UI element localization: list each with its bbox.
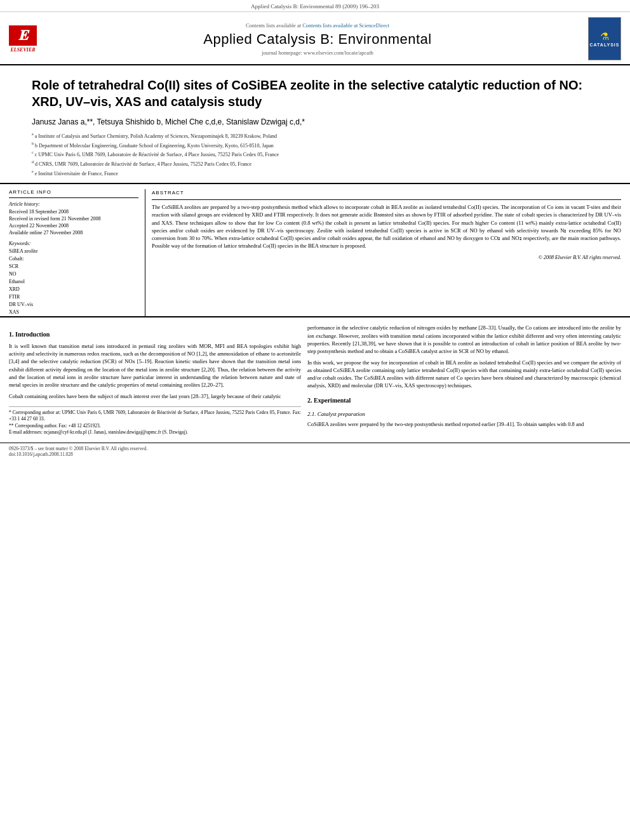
cover-title: CATALYSIS	[590, 43, 620, 47]
received-date: Received 18 September 2008	[9, 209, 138, 215]
accepted-date: Accepted 22 November 2008	[9, 223, 138, 229]
footnotes: * Corresponding author at: UPMC Univ Par…	[9, 406, 301, 436]
keywords-section: Keywords: SiBEA zeolite Cobalt: SCR NO E…	[9, 241, 138, 316]
keyword-3: SCR	[9, 263, 138, 270]
keyword-8: DR UV–vis	[9, 301, 138, 309]
affiliation-d: d d CNRS, UMR 7609, Laboratoire de Réact…	[32, 159, 598, 168]
abstract-text: The CoSiBEA zeolites are prepared by a t…	[152, 203, 621, 250]
elsevier-label: ELSEVIER	[10, 47, 35, 53]
copyright-line: © 2008 Elsevier B.V. All rights reserved…	[152, 254, 621, 262]
affiliation-e: e e Institut Universitaire de France, Fr…	[32, 169, 598, 178]
article-info-label: ARTICLE INFO	[9, 189, 138, 195]
journal-homepage: journal homepage: www.elsevier.com/locat…	[47, 50, 588, 56]
body-right-column: performance in the selective catalytic r…	[307, 324, 621, 436]
main-body: 1. Introduction It is well known that tr…	[0, 317, 630, 436]
abstract-column: ABSTRACT The CoSiBEA zeolites are prepar…	[152, 189, 621, 316]
intro-heading: 1. Introduction	[9, 330, 301, 340]
contents-line: Contents lists available at Contents lis…	[47, 22, 588, 29]
right-para-3: CoSiBEA zeolites were prepared by the tw…	[307, 420, 621, 428]
subsection1-heading: 2.1. Catalyst preparation	[307, 410, 621, 418]
available-online-date: Available online 27 November 2008	[9, 230, 138, 236]
authors-line: Janusz Janas a,**, Tetsuya Shishido b, M…	[32, 117, 598, 126]
keyword-5: Ethanol	[9, 278, 138, 286]
article-title: Role of tetrahedral Co(II) sites of CoSi…	[32, 77, 598, 110]
affiliation-b: b b Department of Molecular Engineering,…	[32, 141, 598, 150]
journal-title: Applied Catalysis B: Environmental	[47, 31, 588, 48]
keyword-6: XRD	[9, 286, 138, 293]
citation-text: Applied Catalysis B: Environmental 89 (2…	[251, 3, 379, 10]
article-info-column: ARTICLE INFO Article history: Received 1…	[9, 189, 145, 316]
received-revised-date: Received in revised form 21 November 200…	[9, 216, 138, 222]
intro-para-2: Cobalt containing zeolites have been the…	[9, 392, 301, 400]
affiliation-a: a a Institute of Catalysis and Surface C…	[32, 131, 598, 140]
intro-para-1: It is well known that transition metal i…	[9, 342, 301, 389]
bottom-footer: 0926-3373/$ – see front matter © 2008 El…	[0, 443, 630, 460]
history-label: Article history:	[9, 201, 138, 207]
elsevier-e-icon: 𝐄	[9, 25, 37, 46]
keyword-9: XAS	[9, 309, 138, 316]
keyword-7: FTIR	[9, 293, 138, 301]
keywords-label: Keywords:	[9, 241, 138, 246]
journal-center: Contents lists available at Contents lis…	[47, 22, 588, 56]
cover-icon: ⚗	[600, 30, 609, 43]
sciencedirect-link[interactable]: Contents lists available at ScienceDirec…	[302, 22, 389, 29]
right-para-2: In this work, we propose the way for inc…	[307, 359, 621, 390]
section2-heading: 2. Experimental	[307, 396, 621, 406]
journal-cover-image: ⚗ CATALYSIS	[588, 17, 621, 60]
doi-line: doi:10.1016/j.apcatb.2008.11.028	[9, 451, 621, 457]
keyword-2: Cobalt:	[9, 255, 138, 263]
footnote-1: * Corresponding author at: UPMC Univ Par…	[9, 410, 301, 423]
footnote-2: ** Corresponding author. Fax: +48 12 425…	[9, 423, 301, 430]
issn-line: 0926-3373/$ – see front matter © 2008 El…	[9, 446, 621, 451]
elsevier-logo: 𝐄 ELSEVIER	[9, 25, 37, 53]
footnote-3: E-mail addresses: ncjanas@cyf-kr.edu.pl …	[9, 429, 301, 436]
keyword-4: NO	[9, 270, 138, 278]
body-left-column: 1. Introduction It is well known that tr…	[9, 324, 301, 436]
author-affiliations: a a Institute of Catalysis and Surface C…	[32, 131, 598, 177]
right-para-1: performance in the selective catalytic r…	[307, 324, 621, 355]
journal-header: 𝐄 ELSEVIER Contents lists available at C…	[0, 12, 630, 65]
article-info-abstract-section: ARTICLE INFO Article history: Received 1…	[0, 183, 630, 316]
abstract-label: ABSTRACT	[152, 189, 621, 197]
journal-citation: Applied Catalysis B: Environmental 89 (2…	[0, 0, 630, 12]
keyword-1: SiBEA zeolite	[9, 248, 138, 255]
affiliation-c: c c UPMC Univ Paris 6, UMR 7609, Laborat…	[32, 150, 598, 159]
article-title-section: Role of tetrahedral Co(II) sites of CoSi…	[0, 65, 630, 183]
